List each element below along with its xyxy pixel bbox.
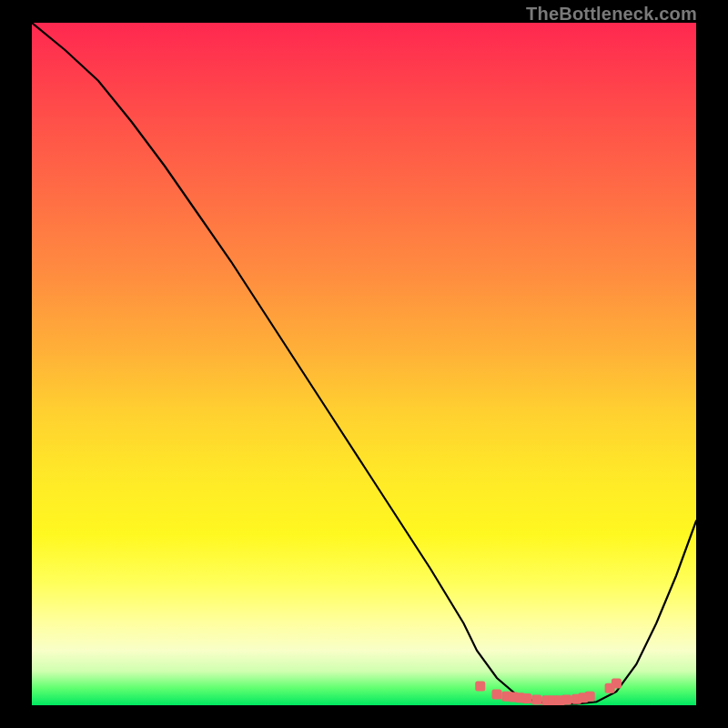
marker <box>561 695 571 705</box>
marker <box>585 692 595 702</box>
watermark-text: TheBottleneck.com <box>526 4 697 25</box>
chart-svg <box>32 23 696 705</box>
marker <box>492 690 502 700</box>
curve-path <box>32 23 696 704</box>
marker <box>531 695 541 705</box>
plot-area <box>32 23 696 705</box>
marker <box>612 679 622 689</box>
chart-canvas: TheBottleneck.com <box>0 0 728 728</box>
marker <box>475 682 485 692</box>
marker <box>521 693 531 703</box>
